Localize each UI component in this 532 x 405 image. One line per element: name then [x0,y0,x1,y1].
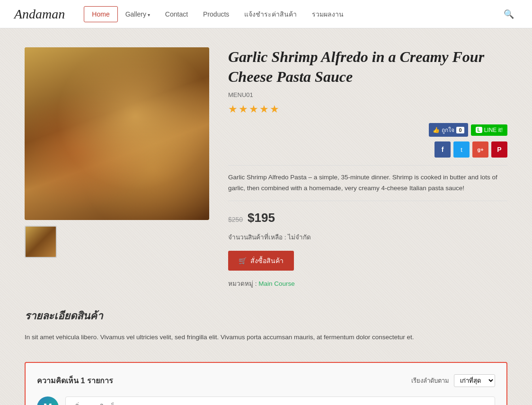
add-to-cart-button[interactable]: 🛒 สั่งซื้อสินค้า [228,251,294,271]
nav-portfolio[interactable]: รวมผลงาน [304,5,351,23]
comment-input[interactable] [65,396,495,405]
sort-row: เรียงลำดับตาม เก่าที่สุดใหม่ที่สุด [411,374,495,387]
facebook-like-button[interactable]: 👍 ถูกใจ 0 [429,123,468,137]
add-to-cart-label: สั่งซื้อสินค้า [250,255,284,266]
twitter-icon: t [461,146,462,153]
line-label: LINE it! [484,127,503,133]
nav-notify[interactable]: แจ้งชำระค่าสินค้า [237,5,304,23]
category-value[interactable]: Main Course [258,280,295,287]
details-title: รายละเอียดสินค้า [25,308,507,324]
product-images [25,47,209,258]
nav-home[interactable]: Home [84,6,117,22]
product-sku: MENU01 [228,91,507,98]
header: Andaman Home Gallery Contact Products แจ… [0,0,532,28]
product-title: Garlic Shrimp Alfredo in a Creamy Four C… [228,47,507,87]
nav-products[interactable]: Products [195,7,237,22]
share-googleplus-button[interactable]: g+ [472,141,488,158]
category-row: หมวดหมู่ : Main Course [228,278,507,289]
nav-contact[interactable]: Contact [158,7,195,22]
main-product-image [25,47,209,220]
category-label: หมวดหมู่ : [228,280,257,287]
thumbnail-1[interactable] [25,226,57,258]
comment-input-row: M [37,396,495,405]
current-price: $195 [248,211,275,225]
line-it-button[interactable]: L LINE it! [471,124,507,136]
share-twitter-button[interactable]: t [453,141,470,158]
star-1: ★ [228,103,238,115]
comments-header: ความคิดเห็น 1 รายการ เรียงลำดับตาม เก่าท… [37,374,495,387]
thumbnail-row [25,226,209,258]
original-price: $250 [228,216,243,223]
pinterest-icon: P [497,146,501,153]
search-icon[interactable]: 🔍 [500,5,518,23]
product-info: Garlic Shrimp Alfredo in a Creamy Four C… [228,47,507,289]
star-2: ★ [239,103,248,115]
stock-value: ไม่จำกัด [288,234,311,241]
main-nav: Home Gallery Contact Products แจ้งชำระค่… [84,5,351,23]
star-rating: ★ ★ ★ ★ ★ [228,103,507,115]
page-wrapper: Garlic Shrimp Alfredo in a Creamy Four C… [15,47,517,405]
sort-select[interactable]: เก่าที่สุดใหม่ที่สุด [454,374,495,387]
line-icon: L [476,127,482,133]
price-row: $250 $195 [228,211,507,225]
social-buttons-row: 👍 ถูกใจ 0 L LINE it! [228,123,507,137]
logo[interactable]: Andaman [14,7,65,22]
share-pinterest-button[interactable]: P [491,141,507,158]
star-4: ★ [259,103,269,115]
fb-like-label: ถูกใจ [442,125,454,134]
googleplus-icon: g+ [477,147,483,152]
fb-thumb-icon: 👍 [433,127,440,133]
stock-label: จำนวนสินค้าที่เหลือ : [228,234,286,241]
star-3: ★ [249,103,258,115]
facebook-icon: f [442,146,444,153]
comments-title: ความคิดเห็น 1 รายการ [37,375,113,387]
product-top: Garlic Shrimp Alfredo in a Creamy Four C… [25,47,507,289]
social-share-row: f t g+ P [228,141,507,158]
comments-section: ความคิดเห็น 1 รายการ เรียงลำดับตาม เก่าท… [25,362,507,405]
details-text: In sit amet vehicula libero. Vivamus vel… [25,332,507,343]
nav-gallery[interactable]: Gallery [118,7,158,22]
product-details-section: รายละเอียดสินค้า In sit amet vehicula li… [25,308,507,343]
cart-icon: 🛒 [239,257,247,264]
sort-label: เรียงลำดับตาม [411,376,449,386]
share-facebook-button[interactable]: f [434,141,451,158]
thumbnail-img-1 [26,227,56,257]
current-user-avatar: M [37,396,59,405]
product-description: Garlic Shrimp Alfredo Pasta – a simple, … [228,165,507,201]
fb-count: 0 [456,127,464,133]
stock-row: จำนวนสินค้าที่เหลือ : ไม่จำกัด [228,232,507,242]
pasta-visual [25,47,209,220]
star-5: ★ [270,103,279,115]
